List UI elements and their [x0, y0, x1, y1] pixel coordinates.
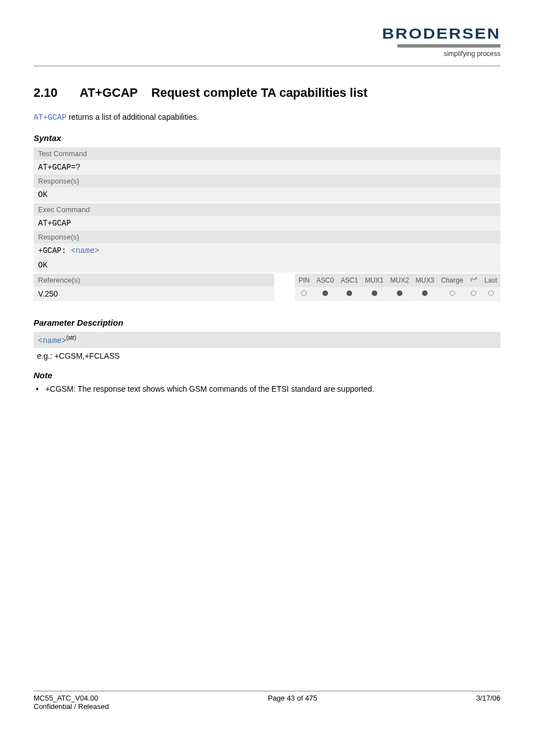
filled-dot-icon — [397, 290, 402, 296]
filled-dot-icon — [346, 290, 352, 296]
section-title: Request complete TA capabilities list — [151, 86, 367, 100]
reference-value: V.250 — [34, 287, 274, 301]
exec-command-code: AT+GCAP — [34, 216, 500, 231]
intro-code-link[interactable]: AT+GCAP — [34, 113, 67, 122]
filled-dot-icon — [322, 290, 328, 296]
footer-doc: MC55_ATC_V04.00 — [34, 694, 109, 702]
test-command-label: Test Command — [34, 147, 500, 160]
page-footer: MC55_ATC_V04.00 Confidential / Released … — [34, 691, 500, 711]
intro-text: returns a list of additional capabilitie… — [67, 112, 199, 121]
exec-command-label: Exec Command — [34, 203, 500, 216]
param-example: e.g.: +CGSM,+FCLASS — [34, 348, 500, 360]
section-number: 2.10 — [34, 86, 58, 100]
applic-col-mux2: MUX2 — [387, 274, 412, 287]
header-divider — [34, 65, 500, 67]
footer-page: Page 43 of 475 — [268, 694, 317, 711]
brand-logo: BRODERSEN — [382, 25, 500, 43]
section-command: AT+GCAP — [79, 86, 138, 100]
applic-col-asc1: ASC1 — [338, 274, 362, 287]
reference-label: Reference(s) — [34, 274, 274, 287]
applic-col-pin: PIN — [295, 274, 313, 287]
applic-val-airwave — [466, 287, 481, 301]
applicability-table: PIN ASC0 ASC1 MUX1 MUX2 MUX3 Charge Last — [295, 274, 500, 301]
exec-response-prefix: +GCAP: — [38, 246, 71, 255]
footer-status: Confidential / Released — [34, 702, 109, 711]
applic-val-asc0 — [313, 287, 337, 301]
applic-col-last: Last — [481, 274, 500, 287]
param-desc-heading: Parameter Description — [34, 318, 500, 327]
brand-bar — [397, 44, 500, 48]
section-heading: 2.10 AT+GCAP Request complete TA capabil… — [34, 86, 500, 100]
test-response-code: OK — [34, 187, 500, 202]
syntax-heading: Syntax — [34, 133, 500, 143]
applic-val-mux3 — [413, 287, 438, 301]
applic-val-last — [481, 287, 500, 301]
syntax-block: Test Command AT+GCAP=? Response(s) OK Ex… — [34, 147, 500, 301]
applic-col-charge: Charge — [438, 274, 466, 287]
open-dot-icon — [449, 290, 455, 296]
applic-col-airwave — [466, 274, 481, 287]
reference-row: Reference(s) V.250 PIN ASC0 ASC1 MUX1 MU… — [34, 274, 500, 301]
applic-col-mux1: MUX1 — [362, 274, 387, 287]
applic-val-charge — [438, 287, 466, 301]
applic-value-row — [295, 287, 500, 301]
applic-header-row: PIN ASC0 ASC1 MUX1 MUX2 MUX3 Charge Last — [295, 274, 500, 287]
filled-dot-icon — [422, 290, 428, 296]
exec-response-label: Response(s) — [34, 231, 500, 243]
applic-col-mux3: MUX3 — [413, 274, 438, 287]
open-dot-icon — [488, 290, 494, 296]
exec-response-line1: +GCAP: <name> — [34, 243, 500, 258]
exec-response-ok: OK — [34, 258, 500, 273]
applic-val-pin — [295, 287, 313, 301]
intro-paragraph: AT+GCAP returns a list of additional cap… — [34, 112, 500, 122]
applic-val-asc1 — [338, 287, 362, 301]
airwave-icon — [470, 276, 477, 283]
exec-response-param[interactable]: <name> — [71, 246, 99, 255]
footer-date: 3/17/06 — [476, 694, 500, 711]
page-header: BRODERSEN simplifying process — [34, 25, 500, 62]
test-response-label: Response(s) — [34, 175, 500, 187]
param-name-link[interactable]: <name> — [38, 336, 66, 345]
note-item: +CGSM: The response text shows which GSM… — [34, 384, 500, 393]
param-type: (str) — [66, 335, 76, 341]
param-name-row: <name>(str) — [34, 332, 500, 348]
applic-col-asc0: ASC0 — [313, 274, 337, 287]
brand-tagline: simplifying process — [397, 50, 500, 58]
filled-dot-icon — [372, 290, 377, 296]
note-heading: Note — [34, 370, 500, 380]
applic-val-mux1 — [362, 287, 387, 301]
applic-val-mux2 — [387, 287, 412, 301]
test-command-code: AT+GCAP=? — [34, 160, 500, 175]
footer-divider — [34, 691, 500, 692]
open-dot-icon — [301, 290, 307, 296]
open-dot-icon — [471, 290, 476, 296]
